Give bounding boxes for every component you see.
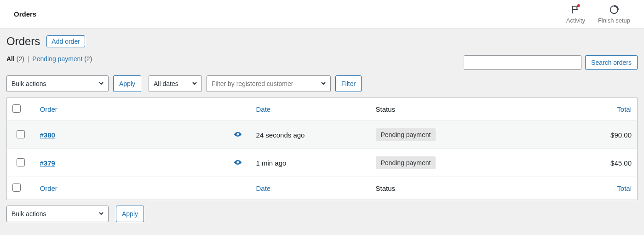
filter-pending-count: (2) [84,55,92,63]
order-date: 1 min ago [251,149,370,177]
column-footer-order[interactable]: Order [34,177,228,200]
finish-setup-button[interactable]: Finish setup [598,5,630,24]
top-bar-title: Orders [14,10,36,18]
admin-top-bar: Orders Activity Finish setup [0,0,644,29]
search-input[interactable] [464,55,581,70]
eye-icon [233,159,242,167]
table-row[interactable]: #379 1 min ago Pending payment $45.00 [7,149,638,177]
order-date: 24 seconds ago [251,121,370,149]
customer-filter-select[interactable]: Filter by registered customer [207,75,331,92]
column-header-order[interactable]: Order [34,98,228,121]
filter-all-link[interactable]: All [6,55,15,63]
activity-label: Activity [566,17,585,24]
filter-button[interactable]: Filter [335,75,362,92]
column-footer-status: Status [370,177,508,200]
status-badge: Pending payment [376,156,436,169]
order-total: $45.00 [508,149,638,177]
order-link[interactable]: #380 [40,131,55,139]
column-header-date[interactable]: Date [251,98,370,121]
apply-bulk-button[interactable]: Apply [113,75,141,92]
flag-icon [570,5,581,16]
bulk-actions-select-bottom[interactable]: Bulk actions [6,206,109,222]
column-header-total[interactable]: Total [508,98,638,121]
bulk-actions-select[interactable]: Bulk actions [6,75,109,92]
search-orders-button[interactable]: Search orders [585,55,638,70]
order-link[interactable]: #379 [40,159,55,167]
apply-bulk-button-bottom[interactable]: Apply [116,206,144,222]
filter-separator: | [28,55,29,63]
preview-button[interactable] [228,149,251,177]
select-all-checkbox[interactable] [12,104,21,113]
filter-pending-link[interactable]: Pending payment [32,55,82,63]
row-checkbox[interactable] [17,130,25,138]
status-badge: Pending payment [376,128,436,141]
add-order-button[interactable]: Add order [46,35,85,47]
column-header-status: Status [370,98,508,121]
progress-circle-icon [609,5,619,16]
page-title: Orders [6,35,40,48]
orders-table: Order Date Status Total #380 24 seconds … [6,97,638,200]
select-all-checkbox-footer[interactable] [12,183,21,192]
preview-button[interactable] [228,121,251,149]
activity-button[interactable]: Activity [566,5,585,24]
status-filter-links: All (2) | Pending payment (2) [6,55,92,63]
filter-all-count: (2) [17,55,24,63]
date-filter-select[interactable]: All dates [149,75,202,92]
order-total: $90.00 [508,121,638,149]
eye-icon [233,131,242,139]
column-footer-total[interactable]: Total [508,177,638,200]
column-footer-date[interactable]: Date [251,177,370,200]
row-checkbox[interactable] [17,158,25,166]
finish-setup-label: Finish setup [598,17,630,24]
table-row[interactable]: #380 24 seconds ago Pending payment $90.… [7,121,638,149]
